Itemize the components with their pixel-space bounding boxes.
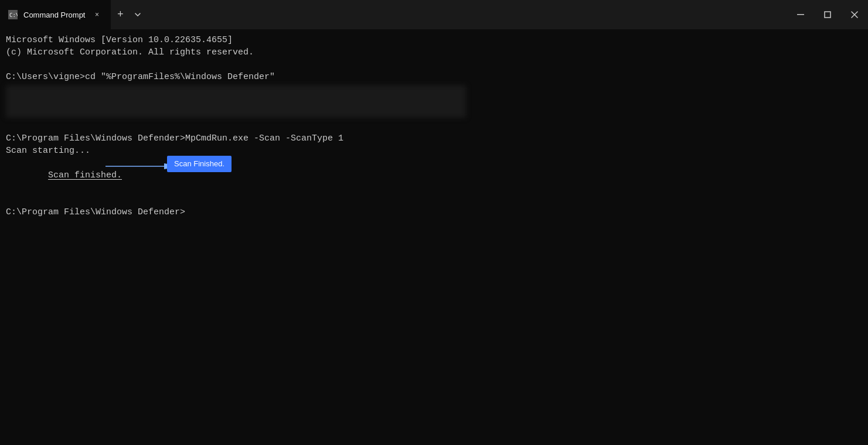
- minimize-button[interactable]: [787, 0, 814, 29]
- chevron-down-icon: [135, 13, 141, 16]
- svg-rect-3: [825, 12, 830, 18]
- callout-text: Scan Finished.: [174, 159, 224, 168]
- terminal-body[interactable]: Microsoft Windows [Version 10.0.22635.46…: [0, 29, 868, 445]
- minimize-icon: [797, 14, 804, 15]
- terminal-line-empty3: [6, 194, 862, 206]
- svg-text:C:\: C:\: [9, 12, 18, 18]
- callout-bubble: Scan Finished.: [167, 156, 232, 172]
- terminal-line-3: [6, 59, 862, 71]
- tab-command-prompt[interactable]: C:\ Command Prompt ×: [0, 0, 111, 29]
- close-tab-button[interactable]: ×: [91, 9, 103, 20]
- terminal-line-mpcmdrun: C:\Program Files\Windows Defender>MpCmdR…: [6, 132, 862, 145]
- maximize-icon: [824, 11, 831, 18]
- terminal-icon: C:\: [8, 10, 18, 19]
- maximize-button[interactable]: [814, 0, 841, 29]
- terminal-line-empty2: [6, 120, 862, 132]
- terminal-line-1: Microsoft Windows [Version 10.0.22635.46…: [6, 34, 862, 46]
- scan-finished-container: Scan finished. Scan Finished.: [6, 157, 862, 194]
- titlebar: C:\ Command Prompt × +: [0, 0, 868, 29]
- command-prompt-window: C:\ Command Prompt × +: [0, 0, 868, 445]
- terminal-line-2: (c) Microsoft Corporation. All rights re…: [6, 46, 862, 59]
- blurred-content: [6, 85, 466, 118]
- svg-rect-2: [797, 14, 804, 15]
- new-tab-button[interactable]: +: [111, 5, 130, 24]
- terminal-line-scan-starting: Scan starting...: [6, 145, 862, 157]
- close-button[interactable]: [841, 0, 868, 29]
- window-controls: [787, 0, 868, 29]
- close-icon: [851, 11, 858, 18]
- dropdown-button[interactable]: [130, 6, 146, 23]
- terminal-line-prompt-final: C:\Program Files\Windows Defender>: [6, 206, 862, 218]
- tab-area: C:\ Command Prompt × +: [0, 0, 787, 29]
- terminal-line-4: C:\Users\vigne>cd "%ProgramFiles%\Window…: [6, 71, 862, 83]
- tab-label: Command Prompt: [23, 11, 85, 19]
